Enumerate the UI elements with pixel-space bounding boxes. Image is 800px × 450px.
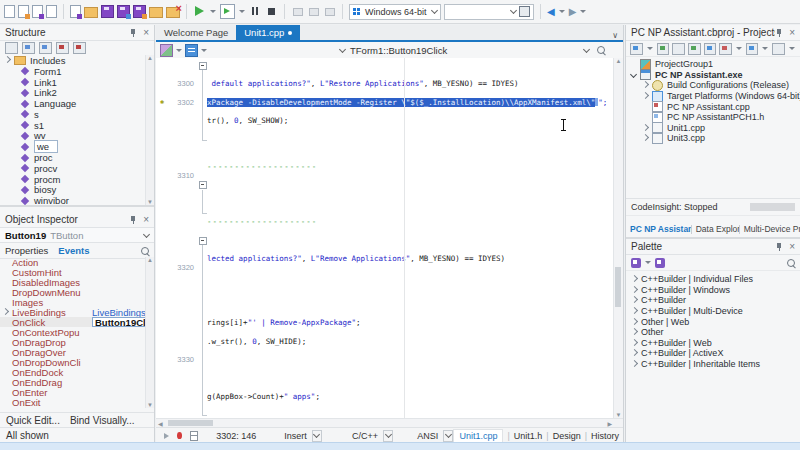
inspector-row[interactable]: CustomHint xyxy=(0,267,146,277)
close-icon[interactable]: × xyxy=(789,243,795,251)
close-icon[interactable]: × xyxy=(143,29,149,37)
expander-icon[interactable] xyxy=(642,92,649,99)
pin-icon[interactable] xyxy=(129,216,137,224)
structure-item[interactable]: wv xyxy=(4,131,146,142)
palette-categories-icon[interactable] xyxy=(655,258,665,268)
remove-file-icon[interactable] xyxy=(672,43,685,55)
expander-icon[interactable] xyxy=(4,56,11,63)
dock-tab-data-explorer[interactable]: Data Explorer xyxy=(692,224,739,234)
code-area[interactable]: 3300 default applications?", L"Restore A… xyxy=(156,58,614,418)
file-tab-unit1-cpp[interactable]: Unit1.cpp xyxy=(453,429,503,443)
open-file-icon[interactable] xyxy=(18,5,29,18)
quick-edit-link[interactable]: Quick Edit... xyxy=(6,415,60,426)
compile-icon[interactable] xyxy=(746,43,759,55)
inspector-row[interactable]: OnDragOver xyxy=(0,347,146,357)
file-tab-history[interactable]: History xyxy=(591,431,619,441)
structure-item[interactable]: s1 xyxy=(4,120,146,131)
back-history-dropdown[interactable] xyxy=(559,10,565,13)
inspector-row[interactable]: DropDownMenu xyxy=(0,287,146,297)
structure-item[interactable]: proc xyxy=(4,152,146,163)
run-without-debugging-icon[interactable] xyxy=(220,4,235,19)
dock-tab-pc-np-assistant-[interactable]: PC NP Assistant.... xyxy=(626,224,691,234)
inspector-row[interactable]: OnEnter xyxy=(0,387,146,397)
expander-icon[interactable] xyxy=(631,339,638,346)
tab-properties[interactable]: Properties xyxy=(5,245,48,256)
fold-toggle-icon[interactable] xyxy=(199,62,207,70)
structure-scrollbar[interactable]: ▲▼ xyxy=(145,55,154,205)
palette-category[interactable]: C++Builder | ActiveX xyxy=(631,348,800,359)
select-tool-icon[interactable] xyxy=(46,5,57,18)
structure-item[interactable]: s xyxy=(4,109,146,120)
expander-icon[interactable] xyxy=(642,81,649,88)
build-icon[interactable] xyxy=(704,43,717,55)
sort-type-icon[interactable] xyxy=(22,42,35,54)
inspector-row[interactable]: OnExit xyxy=(0,397,146,407)
close-file-icon[interactable] xyxy=(166,7,180,18)
trace-into-icon[interactable] xyxy=(307,5,320,18)
palette-category[interactable]: C++Builder | Multi-Device xyxy=(631,306,800,317)
sort-alpha-icon[interactable] xyxy=(5,42,18,54)
group-view-icon[interactable] xyxy=(39,42,52,54)
expander-icon[interactable] xyxy=(642,134,649,141)
palette-category[interactable]: C++Builder | Individual Files xyxy=(631,274,800,285)
expander-icon[interactable] xyxy=(631,318,638,325)
refresh-icon[interactable] xyxy=(688,43,701,55)
project-tree-item[interactable]: PC NP Assistant.exe xyxy=(630,70,800,81)
expander-icon[interactable] xyxy=(631,275,638,282)
function-selector-combo[interactable]: TForm1::Button19Click xyxy=(340,45,447,56)
editor-horizontal-scrollbar[interactable]: ◀ ▶ xyxy=(156,418,623,427)
search-icon[interactable] xyxy=(141,247,149,255)
open-project-icon[interactable] xyxy=(84,7,98,18)
pin-icon[interactable] xyxy=(775,243,783,251)
structure-item[interactable]: procv xyxy=(4,163,146,174)
structure-item[interactable]: winvibor xyxy=(4,195,146,205)
object-selector-combo[interactable]: Button19 TButton xyxy=(0,228,154,243)
palette-category[interactable]: Other | Web xyxy=(631,316,800,327)
inspector-row[interactable]: OnEndDock xyxy=(0,367,146,377)
expander-icon[interactable] xyxy=(631,360,638,367)
editor-vertical-scrollbar[interactable]: ▲▼ xyxy=(613,58,623,418)
save-icon[interactable] xyxy=(101,5,114,18)
pause-icon[interactable] xyxy=(249,5,262,18)
methods-icon[interactable] xyxy=(185,44,198,57)
dock-tab-multi-device-pre-[interactable]: Multi-Device Pre... xyxy=(740,224,800,234)
inspector-row[interactable]: Action xyxy=(0,257,146,267)
expander-icon[interactable] xyxy=(631,349,638,356)
inspector-row[interactable]: LiveBindingsLiveBindings xyxy=(0,307,146,317)
forward-history-dropdown[interactable] xyxy=(580,10,586,13)
mode-dropdown[interactable] xyxy=(312,430,322,442)
new-item-icon[interactable] xyxy=(56,42,69,54)
project-tree-item[interactable]: ProjectGroup1 xyxy=(630,59,800,70)
expander-icon[interactable] xyxy=(631,296,638,303)
new-project-icon[interactable] xyxy=(630,43,643,55)
structure-item[interactable]: biosy xyxy=(4,185,146,196)
save-as-icon[interactable] xyxy=(133,5,146,18)
editor-tab-unit1-cpp[interactable]: Unit1.cpp xyxy=(236,25,300,40)
palette-category[interactable]: C++Builder | Inheritable Items xyxy=(631,359,800,370)
encoding-dropdown[interactable] xyxy=(443,430,453,442)
tab-events[interactable]: Events xyxy=(58,245,89,256)
tab-overflow-chevron-icon[interactable]: ∨ xyxy=(607,31,623,40)
structure-item[interactable]: Form1 xyxy=(4,66,146,77)
module-icon[interactable] xyxy=(160,44,173,57)
inspector-row[interactable]: OnClickButton19Click xyxy=(0,317,146,327)
palette-category[interactable]: C++Builder | Web xyxy=(631,338,800,349)
macro-grid-icon[interactable] xyxy=(190,431,198,441)
expander-icon[interactable] xyxy=(631,286,638,293)
palette-category[interactable]: C++Builder | Windows xyxy=(631,285,800,296)
stop-icon[interactable] xyxy=(265,5,278,18)
inspector-row[interactable]: Images xyxy=(0,297,146,307)
save-small-icon[interactable] xyxy=(32,5,43,18)
run-icon[interactable] xyxy=(193,5,206,18)
target-platform-combo[interactable]: Windows 64-bit xyxy=(349,4,441,20)
inspector-row[interactable]: OnDropDownCli xyxy=(0,357,146,367)
save-project-icon[interactable] xyxy=(149,7,163,18)
structure-item[interactable]: Includes xyxy=(4,55,146,66)
pin-icon[interactable] xyxy=(775,29,783,37)
scrollbar-thumb[interactable] xyxy=(168,420,213,426)
delete-item-icon[interactable] xyxy=(73,42,86,54)
options-icon[interactable] xyxy=(772,43,785,55)
expander-icon[interactable] xyxy=(2,308,9,315)
inspector-row[interactable]: OnContextPopu xyxy=(0,327,146,337)
run-config-icon[interactable] xyxy=(719,43,732,55)
